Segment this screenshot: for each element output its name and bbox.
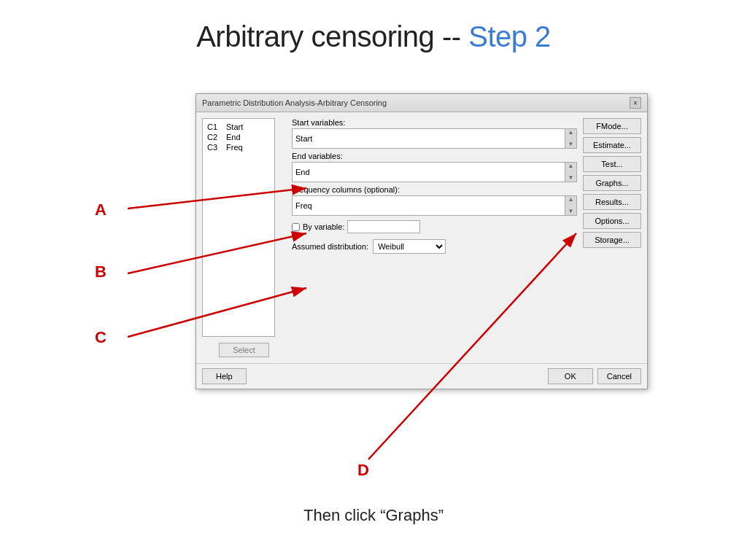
page-title: Arbitrary censoring -- Step 2 [0,0,747,53]
start-variables-group: Start variables: ▲ ▼ [292,118,577,149]
test-button[interactable]: Test... [583,156,641,172]
by-variable-label: By variable: [303,222,344,231]
cancel-button[interactable]: Cancel [597,368,641,384]
close-icon[interactable]: × [630,97,641,109]
freq-scrollbar: ▲ ▼ [565,196,576,215]
dialog-box: Parametric Distribution Analysis-Arbitra… [196,93,648,389]
dialog-body: C1 Start C2 End C3 Freq Select [196,112,647,363]
scroll-up-icon[interactable]: ▲ [568,196,574,203]
scroll-down-icon[interactable]: ▼ [568,141,574,148]
actions-panel: FMode... Estimate... Test... Graphs... R… [583,118,641,357]
frequency-group: Frequency columns (optional): ▲ ▼ [292,185,577,216]
variable-list: C1 Start C2 End C3 Freq [202,118,275,337]
select-button[interactable]: Select [219,343,269,357]
end-variables-input-row: ▲ ▼ [292,162,577,182]
by-variable-row: By variable: [292,220,577,233]
scroll-down-icon[interactable]: ▼ [568,208,574,215]
distribution-row: Assumed distribution: Weibull Normal Log… [292,239,577,254]
end-variables-group: End variables: ▲ ▼ [292,152,577,182]
dialog-titlebar: Parametric Distribution Analysis-Arbitra… [196,94,647,112]
start-variables-input[interactable] [293,129,565,148]
fields-panel: Start variables: ▲ ▼ End variables: [292,118,577,357]
start-variables-input-row: ▲ ▼ [292,128,577,149]
fmode-button[interactable]: FMode... [583,118,641,134]
results-button[interactable]: Results... [583,194,641,210]
bottom-instruction: Then click “Graphs” [0,506,747,525]
by-variable-input[interactable] [347,220,420,233]
ok-button[interactable]: OK [548,368,593,384]
dialog-window: Parametric Distribution Analysis-Arbitra… [196,93,648,389]
graphs-button[interactable]: Graphs... [583,175,641,191]
end-variables-input[interactable] [293,163,565,182]
annotation-c: C [95,328,107,347]
estimate-button[interactable]: Estimate... [583,137,641,153]
scroll-up-icon[interactable]: ▲ [568,129,574,136]
storage-button[interactable]: Storage... [583,232,641,248]
frequency-input[interactable] [293,196,565,215]
list-item: C3 Freq [206,142,271,152]
list-item: C1 Start [206,122,271,132]
annotation-a: A [95,201,107,219]
start-scrollbar: ▲ ▼ [565,129,576,148]
dialog-footer: Help OK Cancel [196,363,647,389]
help-button[interactable]: Help [202,368,247,384]
frequency-input-row: ▲ ▼ [292,195,577,216]
scroll-down-icon[interactable]: ▼ [568,174,574,182]
annotation-b: B [95,262,107,281]
list-item: C2 End [206,132,271,142]
end-variables-label: End variables: [292,152,577,160]
annotation-d: D [357,461,369,480]
distribution-label: Assumed distribution: [292,242,368,251]
start-variables-label: Start variables: [292,118,577,127]
frequency-label: Frequency columns (optional): [292,185,577,194]
by-variable-checkbox[interactable] [292,223,300,231]
dialog-title-text: Parametric Distribution Analysis-Arbitra… [202,98,387,107]
distribution-select[interactable]: Weibull Normal Lognormal Exponential Log… [373,239,446,254]
scroll-up-icon[interactable]: ▲ [568,163,574,170]
options-button[interactable]: Options... [583,213,641,229]
end-scrollbar: ▲ ▼ [565,163,576,182]
